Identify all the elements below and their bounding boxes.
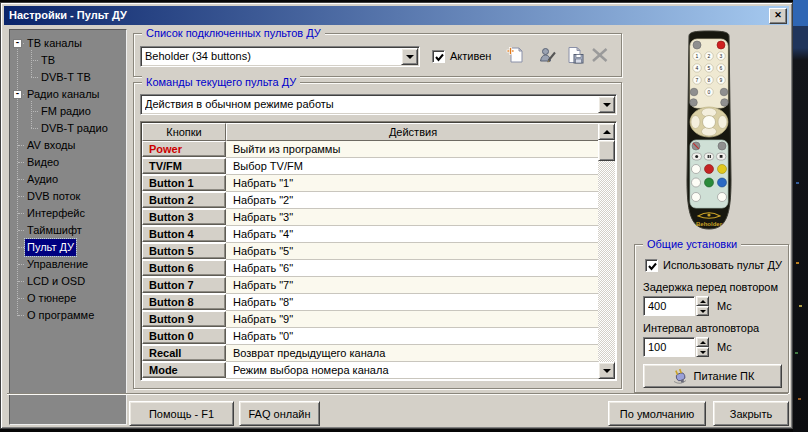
- button-name-cell[interactable]: Button 1: [142, 175, 226, 191]
- header-buttons[interactable]: Кнопки: [142, 123, 226, 141]
- action-cell[interactable]: Набрать "3": [226, 209, 598, 226]
- action-cell[interactable]: Набрать "7": [226, 277, 598, 294]
- button-name-cell[interactable]: Button 8: [142, 294, 226, 310]
- help-button[interactable]: Помощь - F1: [129, 401, 234, 426]
- sidebar-item-управление[interactable]: Управление: [10, 256, 126, 273]
- active-checkbox-label: Активен: [450, 49, 491, 64]
- sidebar-item-видео[interactable]: Видео: [10, 154, 126, 171]
- sidebar-item-радио-каналы[interactable]: -Радио каналы: [10, 86, 126, 103]
- button-name-cell[interactable]: Button 2: [142, 192, 226, 208]
- mode-select-value: Действия в обычном режиме работы: [145, 94, 595, 115]
- table-header: Кнопки Действия: [142, 123, 600, 141]
- spin-down-icon[interactable]: [696, 306, 709, 316]
- desktop-background: [793, 0, 808, 432]
- active-checkbox[interactable]: [432, 50, 445, 63]
- action-cell[interactable]: Набрать "4": [226, 226, 598, 243]
- sidebar-item-fm-радио[interactable]: FM радио: [10, 103, 126, 120]
- action-cell[interactable]: Выбор TV/FM: [226, 158, 598, 175]
- action-cell[interactable]: Набрать "5": [226, 243, 598, 260]
- commands-group-title: Команды текущего пульта ДУ: [142, 75, 300, 89]
- commands-table: Кнопки Действия PowerВыйти из программыT…: [140, 121, 617, 381]
- defaults-button[interactable]: По умолчанию: [608, 401, 706, 426]
- vertical-scrollbar[interactable]: [598, 123, 615, 379]
- action-cell[interactable]: Набрать "6": [226, 260, 598, 277]
- action-cell[interactable]: Возврат предыдущего канала: [226, 345, 598, 362]
- button-name-cell[interactable]: Mode: [142, 362, 226, 378]
- header-actions[interactable]: Действия: [226, 123, 600, 141]
- close-button[interactable]: Закрыть: [713, 401, 789, 426]
- sidebar-item-о-тюнере[interactable]: О тюнере: [10, 290, 126, 307]
- scrollbar-track[interactable]: [598, 140, 615, 362]
- action-cell[interactable]: Набрать "8": [226, 294, 598, 311]
- button-name-cell[interactable]: Recall: [142, 345, 226, 361]
- spin-down-icon[interactable]: [696, 347, 709, 357]
- repeat-delay-input[interactable]: [643, 296, 695, 316]
- sidebar-item-тв-каналы[interactable]: -ТВ каналы: [10, 35, 126, 52]
- action-cell[interactable]: Набрать "2": [226, 192, 598, 209]
- window-title: Настройки - Пульт ДУ: [9, 9, 127, 21]
- table-row: Button 6Набрать "6": [142, 260, 598, 277]
- action-cell[interactable]: Набрать "9": [226, 311, 598, 328]
- sidebar-item-label: DVB-T радио: [39, 120, 110, 137]
- close-icon[interactable]: ✕: [769, 8, 787, 24]
- tree-collapse-icon[interactable]: -: [13, 39, 22, 48]
- scroll-down-icon[interactable]: [598, 362, 615, 379]
- svg-text:2: 2: [708, 53, 711, 59]
- button-name-cell[interactable]: Button 0: [142, 328, 226, 344]
- table-row: Button 3Набрать "3": [142, 209, 598, 226]
- sidebar-item-о-программе[interactable]: О программе: [10, 307, 126, 324]
- remote-select[interactable]: Beholder (34 buttons): [140, 46, 420, 67]
- mode-select[interactable]: Действия в обычном режиме работы: [140, 94, 617, 115]
- sidebar-item-тв[interactable]: ТВ: [10, 52, 126, 69]
- button-name-cell[interactable]: Button 5: [142, 243, 226, 259]
- chevron-down-icon[interactable]: [401, 48, 418, 65]
- button-name-cell[interactable]: Power: [142, 141, 226, 157]
- svg-text:4: 4: [696, 65, 699, 71]
- sidebar-item-label: Видео: [25, 154, 61, 171]
- button-name-cell[interactable]: Button 3: [142, 209, 226, 225]
- scroll-up-icon[interactable]: [598, 123, 615, 140]
- general-group: Общие установки Использовать пульт ДУ За…: [634, 244, 789, 393]
- action-cell[interactable]: Набрать "1": [226, 175, 598, 192]
- action-cell[interactable]: Выйти из программы: [226, 141, 598, 158]
- button-name-cell[interactable]: Button 9: [142, 311, 226, 327]
- faq-button[interactable]: FAQ онлайн: [239, 401, 320, 426]
- new-remote-icon[interactable]: [504, 44, 526, 66]
- titlebar[interactable]: Настройки - Пульт ДУ ✕: [4, 6, 789, 25]
- sidebar-item-lcd-и-osd[interactable]: LCD и OSD: [10, 273, 126, 290]
- edit-remote-icon[interactable]: [537, 44, 559, 66]
- sidebar-item-таймшифт[interactable]: Таймшифт: [10, 222, 126, 239]
- sidebar-item-dvb-t-радио[interactable]: DVB-T радио: [10, 120, 126, 137]
- svg-text:1: 1: [696, 53, 699, 59]
- sidebar-item-label: AV входы: [25, 137, 77, 154]
- button-name-cell[interactable]: TV/FM: [142, 158, 226, 174]
- scrollbar-thumb[interactable]: [598, 140, 615, 161]
- faq-button-label: FAQ онлайн: [248, 408, 310, 420]
- svg-text:7: 7: [696, 77, 699, 83]
- repeat-interval-input[interactable]: [643, 337, 695, 357]
- table-row: PowerВыйти из программы: [142, 141, 598, 158]
- spin-up-icon[interactable]: [696, 296, 709, 306]
- sidebar-item-интерфейс[interactable]: Интерфейс: [10, 205, 126, 222]
- sidebar-item-av-входы[interactable]: AV входы: [10, 137, 126, 154]
- sidebar-item-dvb-t-тв[interactable]: DVB-T ТВ: [10, 69, 126, 86]
- pc-power-button[interactable]: Питание ПК: [643, 364, 782, 388]
- use-remote-checkbox[interactable]: [645, 259, 658, 272]
- sidebar-item-пульт-ду[interactable]: Пульт ДУ: [10, 239, 126, 256]
- tree-collapse-icon[interactable]: -: [13, 90, 22, 99]
- footer-divider: [7, 393, 788, 395]
- defaults-button-label: По умолчанию: [620, 408, 694, 420]
- chevron-down-icon[interactable]: [598, 96, 615, 113]
- save-remote-icon[interactable]: [564, 44, 586, 66]
- button-name-cell[interactable]: Button 7: [142, 277, 226, 293]
- button-name-cell[interactable]: Button 4: [142, 226, 226, 242]
- pc-power-button-label: Питание ПК: [694, 370, 755, 382]
- delete-remote-icon[interactable]: [589, 44, 611, 66]
- spin-up-icon[interactable]: [696, 337, 709, 347]
- button-name-cell[interactable]: Button 6: [142, 260, 226, 276]
- remote-image: 1234567890 Beholder: [679, 30, 739, 232]
- sidebar-item-аудио[interactable]: Аудио: [10, 171, 126, 188]
- action-cell[interactable]: Набрать "0": [226, 328, 598, 345]
- action-cell[interactable]: Режим выбора номера канала: [226, 362, 598, 379]
- sidebar-item-dvb-поток[interactable]: DVB поток: [10, 188, 126, 205]
